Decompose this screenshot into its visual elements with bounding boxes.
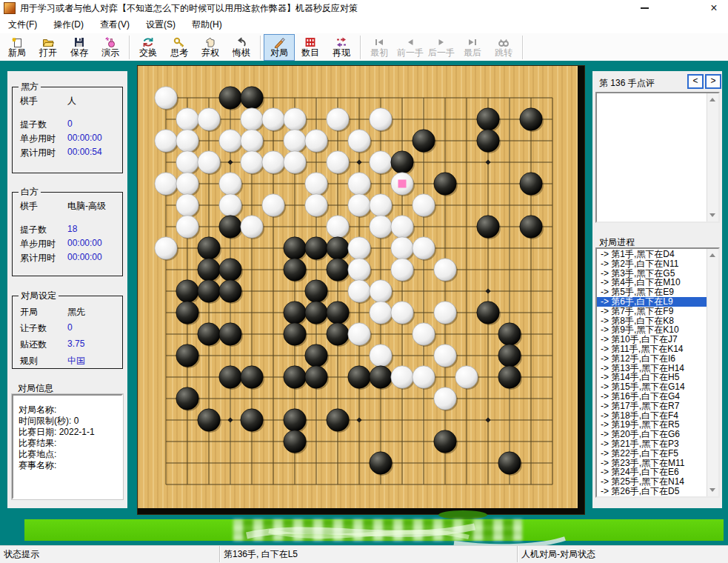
next-comment-button[interactable]: > xyxy=(705,74,721,89)
new-game-icon xyxy=(11,36,23,48)
toolbar-button-open-folder[interactable]: 打开 xyxy=(33,34,64,61)
move-list-item[interactable]: -> 第22手,白下在F5 xyxy=(597,449,707,459)
black-stone xyxy=(477,302,499,324)
white-stone xyxy=(370,151,392,173)
info-row-value: 电脑-高级 xyxy=(67,200,106,210)
prev-comment-button[interactable]: < xyxy=(687,74,704,89)
status-game-state: 人机对局-对局状态 xyxy=(518,546,728,562)
black-stone xyxy=(198,280,220,302)
white-stone xyxy=(176,173,198,195)
scroll-down-icon[interactable] xyxy=(709,213,715,217)
info-row: 规则中国 xyxy=(20,355,122,364)
black-stone xyxy=(391,151,413,173)
white-stone xyxy=(284,151,306,173)
menu-item-2[interactable]: 操作(D) xyxy=(45,19,92,31)
toolbar-button-undo[interactable]: 悔棋 xyxy=(226,34,257,61)
toolbar-button-demo[interactable]: 演示 xyxy=(95,34,126,61)
toolbar-button-label: 对局 xyxy=(270,48,288,58)
toolbar-button-play-pen[interactable]: 对局 xyxy=(264,34,295,61)
ad-banner[interactable] xyxy=(24,519,724,541)
close-button[interactable]: × xyxy=(701,0,727,16)
scroll-up-icon[interactable] xyxy=(709,253,715,257)
status-hint: 状态提示 xyxy=(0,546,220,562)
toolbar-button-pass-hand[interactable]: 弃权 xyxy=(195,34,226,61)
minimize-button[interactable] xyxy=(632,0,657,16)
move-list-item[interactable]: -> 第7手,黑下在F9 xyxy=(597,307,707,316)
comment-scrollbar[interactable] xyxy=(707,93,718,221)
game-info-line: 比赛地点: xyxy=(13,449,121,460)
white-stone xyxy=(413,194,435,216)
toolbar-button-new-game[interactable]: 新局 xyxy=(1,34,33,61)
move-list-item[interactable]: -> 第11手,黑下在K14 xyxy=(597,344,707,354)
move-list-item[interactable]: -> 第16手,白下在G4 xyxy=(597,392,707,402)
toolbar-button-prev: 前一手 xyxy=(395,34,426,61)
toolbar-separator xyxy=(260,36,261,59)
menu-item-5[interactable]: 帮助(H) xyxy=(184,19,230,31)
first-icon xyxy=(373,36,385,48)
toolbar-button-swap[interactable]: 交换 xyxy=(133,34,164,61)
black-stone xyxy=(219,323,241,345)
toolbar-button-label: 思考 xyxy=(170,48,188,58)
toolbar-button-last: 最后 xyxy=(457,34,488,61)
black-stone xyxy=(176,280,198,302)
move-comment-box[interactable] xyxy=(595,92,720,223)
toolbar-button-count-grid[interactable]: 数目 xyxy=(295,34,326,61)
scroll-up-icon[interactable] xyxy=(709,98,715,101)
move-list-item[interactable]: -> 第1手,黑下在D4 xyxy=(597,250,707,259)
move-list-item[interactable]: -> 第21手,黑下在P3 xyxy=(597,439,707,449)
black-stone xyxy=(520,108,542,130)
black-stone xyxy=(370,366,392,388)
black-stone xyxy=(520,173,542,195)
black-stone xyxy=(498,323,521,345)
toolbar-button-label: 打开 xyxy=(39,48,57,58)
scroll-down-icon[interactable] xyxy=(709,488,715,492)
white-stone xyxy=(370,302,392,324)
move-list-item[interactable]: -> 第12手,白下在I6 xyxy=(597,354,707,364)
menu-item-1[interactable]: 文件(F) xyxy=(0,19,45,31)
white-stone xyxy=(327,216,349,238)
move-list-item[interactable]: -> 第2手,白下在N11 xyxy=(597,259,707,269)
white-stone xyxy=(241,151,263,173)
toolbar-button-save[interactable]: 保存 xyxy=(64,34,95,61)
white-stone xyxy=(305,173,327,195)
move-list-item[interactable]: -> 第26手,白下在D5 xyxy=(597,487,707,496)
move-list-item[interactable]: -> 第17手,黑下在R7 xyxy=(597,402,707,411)
black-stone xyxy=(305,237,327,259)
white-stone xyxy=(262,108,284,130)
white-player-title: 白方 xyxy=(19,187,41,197)
black-stone xyxy=(284,430,306,453)
black-stone xyxy=(284,323,306,345)
game-info-title: 对局信息 xyxy=(18,382,53,395)
black-stone xyxy=(498,452,521,474)
go-board[interactable] xyxy=(137,65,585,515)
app-window: 用于学习或者与他人对弈【不知道怎么下的时候可以用用这款作弊器】机器秒反应对策 ×… xyxy=(0,0,728,563)
black-stone xyxy=(348,366,370,388)
game-info-line: 时间限制(秒): 0 xyxy=(13,416,121,427)
toolbar-button-label: 悔棋 xyxy=(233,48,250,58)
white-stone xyxy=(348,173,370,195)
window-title: 用于学习或者与他人对弈【不知道怎么下的时候可以用用这款作弊器】机器秒反应对策 xyxy=(20,2,632,15)
move-list-item[interactable]: -> 第6手,白下在L9 xyxy=(597,297,707,307)
move-list-item[interactable]: -> 第25手,黑下在N14 xyxy=(597,477,707,487)
black-stone xyxy=(219,280,241,302)
white-stone xyxy=(455,366,478,388)
info-row-value: 0 xyxy=(67,322,73,332)
info-row: 开局黑先 xyxy=(20,306,122,316)
toolbar-button-think[interactable]: 思考 xyxy=(164,34,195,61)
last-icon xyxy=(467,36,478,48)
demo-icon xyxy=(104,36,116,48)
menu-item-4[interactable]: 设置(S) xyxy=(138,19,184,31)
white-stone xyxy=(198,151,220,173)
white-stone xyxy=(434,387,456,410)
info-row-label: 累计用时 xyxy=(20,252,67,261)
white-stone xyxy=(155,130,177,152)
toolbar: 新局打开保存演示交换思考弃权悔棋对局数目再现最初前一手后一手最后跳转 xyxy=(0,33,728,61)
moves-listbox[interactable]: -> 第1手,黑下在D4-> 第2手,白下在N11-> 第3手,黑下在G5-> … xyxy=(595,247,720,498)
toolbar-button-replay[interactable]: 再现 xyxy=(326,34,357,61)
menu-item-3[interactable]: 查看(V) xyxy=(92,19,138,31)
moves-scrollbar[interactable] xyxy=(707,249,718,496)
white-stone xyxy=(434,259,456,281)
black-stone xyxy=(219,366,241,388)
status-current-move: 第136手, 白下在L5 xyxy=(220,546,518,562)
black-player-title: 黑方 xyxy=(19,81,41,92)
